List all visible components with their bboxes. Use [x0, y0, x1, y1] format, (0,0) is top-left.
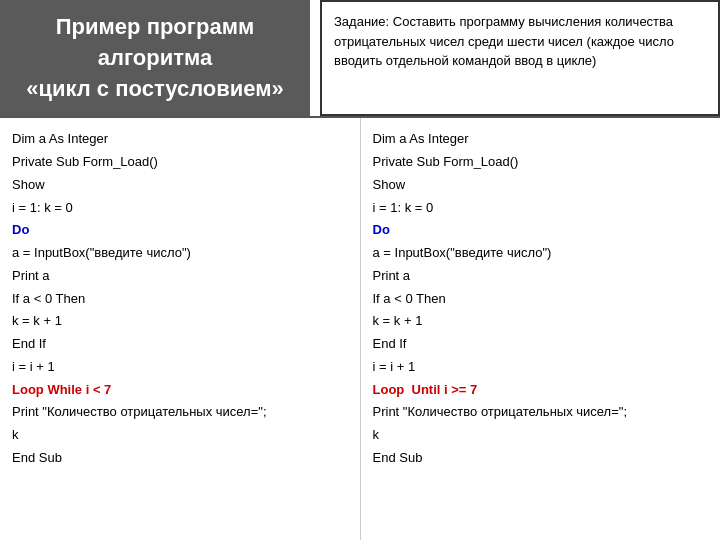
page-title: Пример программ алгоритма «цикл с постус…	[16, 12, 294, 104]
task-box: Задание: Составить программу вычисления …	[320, 0, 720, 116]
code-line: Dim a As Integer	[12, 128, 348, 151]
title-box: Пример программ алгоритма «цикл с постус…	[0, 0, 310, 116]
code-line: Print "Количество отрицательных чисел=";	[12, 401, 348, 424]
code-line: k = k + 1	[12, 310, 348, 333]
code-line: i = i + 1	[373, 356, 709, 379]
code-line: End If	[373, 333, 709, 356]
code-line: Print a	[12, 265, 348, 288]
left-panel: Dim a As IntegerPrivate Sub Form_Load()S…	[0, 118, 361, 540]
code-line: k	[12, 424, 348, 447]
code-line: Loop While i < 7	[12, 379, 348, 402]
code-line: k = k + 1	[373, 310, 709, 333]
main-container: Пример программ алгоритма «цикл с постус…	[0, 0, 720, 540]
code-line: Do	[12, 219, 348, 242]
code-line: a = InputBox("введите число")	[373, 242, 709, 265]
code-line: Dim a As Integer	[373, 128, 709, 151]
code-line: End If	[12, 333, 348, 356]
code-line: i = 1: k = 0	[373, 197, 709, 220]
code-line: If a < 0 Then	[373, 288, 709, 311]
code-line: Print a	[373, 265, 709, 288]
code-line: If a < 0 Then	[12, 288, 348, 311]
header: Пример программ алгоритма «цикл с постус…	[0, 0, 720, 116]
task-text: Задание: Составить программу вычисления …	[334, 14, 674, 68]
code-line: Private Sub Form_Load()	[373, 151, 709, 174]
code-line: i = 1: k = 0	[12, 197, 348, 220]
code-line: Private Sub Form_Load()	[12, 151, 348, 174]
code-panels: Dim a As IntegerPrivate Sub Form_Load()S…	[0, 116, 720, 540]
code-line: k	[373, 424, 709, 447]
code-line: i = i + 1	[12, 356, 348, 379]
code-line: Do	[373, 219, 709, 242]
code-line: End Sub	[373, 447, 709, 470]
right-panel: Dim a As IntegerPrivate Sub Form_Load()S…	[361, 118, 721, 540]
code-line: End Sub	[12, 447, 348, 470]
code-line: a = InputBox("введите число")	[12, 242, 348, 265]
code-line: Print "Количество отрицательных чисел=";	[373, 401, 709, 424]
code-line: Loop Until i >= 7	[373, 379, 709, 402]
code-line: Show	[12, 174, 348, 197]
code-line: Show	[373, 174, 709, 197]
